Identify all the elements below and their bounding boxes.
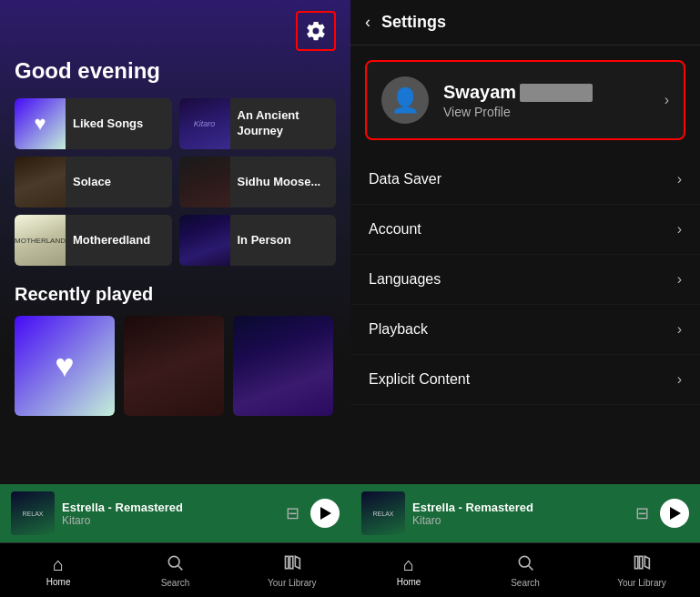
recent-thumb-sidhu[interactable]: [124, 316, 224, 416]
left-bottom-nav: ⌂ Home Search Your Library: [0, 542, 350, 597]
playback-chevron-icon: ›: [677, 321, 682, 338]
account-chevron-icon: ›: [677, 221, 682, 238]
grid-item-ancient-journey[interactable]: Kitaro An Ancient Journey: [179, 98, 337, 149]
recently-played-title: Recently played: [15, 284, 336, 305]
settings-item-label: Account: [369, 221, 421, 238]
profile-section[interactable]: 👤 Swayam View Profile ›: [365, 60, 685, 140]
avatar: 👤: [381, 76, 429, 124]
home-icon: ⌂: [53, 554, 64, 575]
left-nav-library[interactable]: Your Library: [234, 553, 350, 588]
data-saver-chevron-icon: ›: [677, 171, 682, 187]
right-nav-home-label: Home: [397, 577, 421, 587]
left-player-info: Estrella - Remastered Kitaro: [55, 501, 286, 527]
left-nav-search-label: Search: [161, 578, 190, 588]
svg-marker-9: [644, 556, 649, 568]
right-play-triangle-icon: [670, 507, 681, 520]
settings-list: Data Saver › Account › Languages › Playb…: [350, 155, 700, 484]
svg-rect-2: [285, 556, 288, 568]
settings-item-label: Languages: [369, 271, 441, 288]
right-player-title: Estrella - Remastered: [412, 501, 628, 514]
play-triangle-icon: [320, 507, 331, 520]
view-profile-label: View Profile: [443, 105, 650, 119]
settings-item-account[interactable]: Account ›: [350, 205, 700, 255]
user-icon: 👤: [391, 86, 420, 115]
ancient-journey-thumb: Kitaro: [179, 98, 230, 149]
settings-item-label: Explicit Content: [369, 371, 470, 388]
right-home-icon: ⌂: [403, 554, 414, 575]
profile-info: Swayam View Profile: [443, 82, 650, 119]
left-header: [0, 0, 350, 58]
settings-header: ‹ Settings: [350, 0, 700, 46]
right-device-icon[interactable]: ⊟: [635, 503, 649, 523]
left-nav-home-label: Home: [46, 577, 71, 587]
left-player-title: Estrella - Remastered: [62, 501, 279, 514]
motherland-thumb: MOTHERLAND: [15, 215, 66, 266]
svg-rect-7: [635, 556, 638, 568]
recent-thumb-liked[interactable]: ♥: [15, 316, 115, 416]
device-icon[interactable]: ⊟: [286, 503, 299, 523]
grid-item-label: In Person: [230, 233, 299, 248]
left-nav-home[interactable]: ⌂ Home: [0, 554, 117, 587]
grid-item-motherland[interactable]: MOTHERLAND Motheredland: [15, 215, 172, 266]
svg-point-5: [519, 556, 530, 567]
right-bottom-nav: ⌂ Home Search Your Library: [350, 542, 700, 597]
right-player-controls: ⊟: [635, 499, 689, 528]
grid-item-label: Motheredland: [66, 233, 157, 248]
settings-item-label: Data Saver: [369, 171, 441, 187]
liked-songs-thumb: ♥: [15, 98, 66, 149]
settings-item-label: Playback: [369, 321, 428, 338]
right-nav-search[interactable]: Search: [467, 553, 583, 588]
settings-item-languages[interactable]: Languages ›: [350, 255, 700, 305]
explicit-content-chevron-icon: ›: [677, 371, 682, 388]
left-player-bar: RELAX Estrella - Remastered Kitaro ⊟: [0, 484, 350, 542]
profile-name-blur: [520, 84, 593, 102]
gear-icon: [305, 20, 327, 42]
right-nav-search-label: Search: [511, 578, 540, 588]
svg-marker-4: [295, 556, 299, 568]
settings-item-data-saver[interactable]: Data Saver ›: [350, 155, 700, 205]
settings-item-playback[interactable]: Playback ›: [350, 305, 700, 355]
grid-item-label: Liked Songs: [66, 116, 150, 132]
back-button[interactable]: ‹: [365, 13, 370, 32]
settings-title: Settings: [381, 13, 446, 32]
right-player-thumb: RELAX: [361, 491, 405, 535]
right-player-info: Estrella - Remastered Kitaro: [405, 501, 635, 527]
languages-chevron-icon: ›: [677, 271, 682, 288]
settings-item-explicit-content[interactable]: Explicit Content ›: [350, 355, 700, 405]
grid-item-sidhu[interactable]: Sidhu Moose...: [179, 157, 337, 207]
left-nav-search[interactable]: Search: [117, 553, 233, 588]
left-player-thumb: RELAX: [11, 491, 55, 535]
grid-item-solace[interactable]: Solace: [15, 157, 172, 207]
recent-row: ♥: [15, 316, 336, 416]
right-nav-library[interactable]: Your Library: [583, 553, 700, 588]
library-icon: [283, 553, 301, 576]
right-player-artist: Kitaro: [412, 514, 628, 527]
grid-item-in-person[interactable]: In Person: [179, 215, 337, 266]
right-nav-library-label: Your Library: [617, 578, 666, 588]
svg-line-6: [529, 565, 533, 570]
in-person-thumb: [179, 215, 230, 266]
left-player-controls: ⊟: [286, 499, 340, 528]
left-play-button[interactable]: [310, 499, 340, 528]
right-search-icon: [516, 553, 534, 576]
svg-rect-3: [289, 556, 292, 568]
right-nav-home[interactable]: ⌂ Home: [350, 554, 467, 587]
right-player-bar: RELAX Estrella - Remastered Kitaro ⊟: [350, 484, 700, 542]
grid-item-liked-songs[interactable]: ♥ Liked Songs: [15, 98, 172, 149]
settings-gear-button[interactable]: [296, 11, 336, 51]
right-play-button[interactable]: [660, 499, 689, 528]
solace-thumb: [15, 157, 66, 207]
left-panel: Good evening ♥ Liked Songs Kitaro An Anc…: [0, 0, 350, 597]
greeting-text: Good evening: [0, 58, 350, 98]
search-icon: [166, 553, 184, 576]
profile-chevron-icon: ›: [664, 92, 669, 108]
recently-played-section: Recently played ♥: [0, 266, 350, 423]
grid-item-label: Solace: [66, 175, 118, 190]
heart-icon: ♥: [55, 347, 74, 385]
recent-thumb-cosmic[interactable]: [233, 316, 333, 416]
home-grid: ♥ Liked Songs Kitaro An Ancient Journey …: [0, 98, 350, 266]
svg-rect-8: [640, 556, 643, 568]
left-player-artist: Kitaro: [62, 514, 279, 527]
svg-point-0: [169, 556, 180, 567]
svg-line-1: [178, 565, 183, 570]
